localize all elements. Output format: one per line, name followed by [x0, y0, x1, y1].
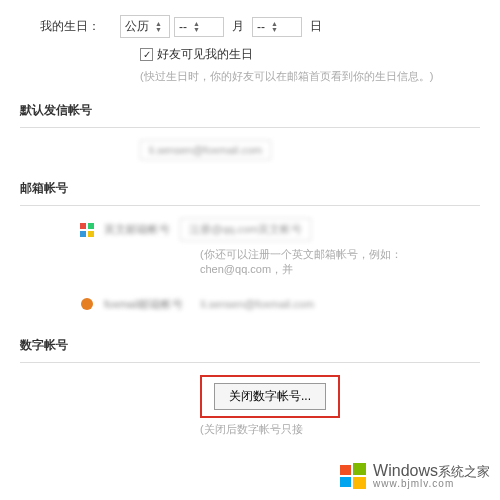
visibility-checkbox-row: ✓ 好友可见我的生日: [140, 46, 480, 63]
qq-account-value[interactable]: 注册@qq.com英文帐号: [180, 218, 311, 241]
svg-rect-1: [88, 223, 94, 229]
svg-rect-5: [340, 465, 351, 475]
svg-point-4: [81, 298, 93, 310]
mailbox-account-title: 邮箱帐号: [20, 180, 480, 197]
day-value: --: [257, 20, 265, 34]
digital-account-title: 数字帐号: [20, 337, 480, 354]
updown-icon: ▲▼: [193, 21, 200, 33]
svg-rect-0: [80, 223, 86, 229]
visibility-checkbox[interactable]: ✓: [140, 48, 153, 61]
foxmail-icon: [80, 297, 94, 311]
divider: [20, 362, 480, 363]
day-select[interactable]: -- ▲▼: [252, 17, 302, 37]
day-unit: 日: [306, 18, 326, 35]
month-unit: 月: [228, 18, 248, 35]
divider: [20, 205, 480, 206]
svg-rect-6: [353, 463, 366, 475]
foxmail-account-row: foxmail邮箱帐号 li.sensen@foxmail.com: [80, 295, 480, 313]
default-account-value[interactable]: li.sensen@foxmail.com: [140, 140, 271, 160]
qq-icon: [80, 223, 94, 237]
watermark-main: Windows系统之家: [373, 463, 490, 479]
svg-rect-8: [353, 477, 366, 489]
divider: [20, 127, 480, 128]
month-value: --: [179, 20, 187, 34]
digital-account-hint: (关闭后数字帐号只接: [200, 422, 480, 437]
updown-icon: ▲▼: [271, 21, 278, 33]
default-account-title: 默认发信帐号: [20, 102, 480, 119]
svg-rect-2: [80, 231, 86, 237]
watermark-text: Windows系统之家 www.bjmlv.com: [373, 463, 490, 489]
qq-account-label: 英文邮箱帐号: [104, 222, 170, 237]
visibility-label: 好友可见我的生日: [157, 46, 253, 63]
close-digital-button[interactable]: 关闭数字帐号...: [214, 383, 326, 410]
birthday-row: 我的生日： 公历 ▲▼ -- ▲▼ 月 -- ▲▼ 日: [20, 15, 480, 38]
foxmail-account-label: foxmail邮箱帐号: [104, 297, 183, 312]
qq-account-row: 英文邮箱帐号 注册@qq.com英文帐号: [80, 218, 480, 241]
calendar-value: 公历: [125, 18, 149, 35]
close-digital-highlight: 关闭数字帐号...: [200, 375, 340, 418]
foxmail-account-value: li.sensen@foxmail.com: [193, 295, 322, 313]
svg-rect-3: [88, 231, 94, 237]
svg-rect-7: [340, 477, 351, 487]
watermark-url: www.bjmlv.com: [373, 479, 490, 489]
birthday-label: 我的生日：: [20, 18, 120, 35]
birthday-hint: (快过生日时，你的好友可以在邮箱首页看到你的生日信息。): [140, 69, 480, 84]
windows-logo-icon: [339, 462, 367, 490]
updown-icon: ▲▼: [155, 21, 162, 33]
birthday-controls: 公历 ▲▼ -- ▲▼ 月 -- ▲▼ 日: [120, 15, 480, 38]
calendar-select[interactable]: 公历 ▲▼: [120, 15, 170, 38]
qq-account-hint: (你还可以注册一个英文邮箱帐号，例如：chen@qq.com，并: [200, 247, 480, 277]
month-select[interactable]: -- ▲▼: [174, 17, 224, 37]
watermark: Windows系统之家 www.bjmlv.com: [339, 462, 490, 490]
